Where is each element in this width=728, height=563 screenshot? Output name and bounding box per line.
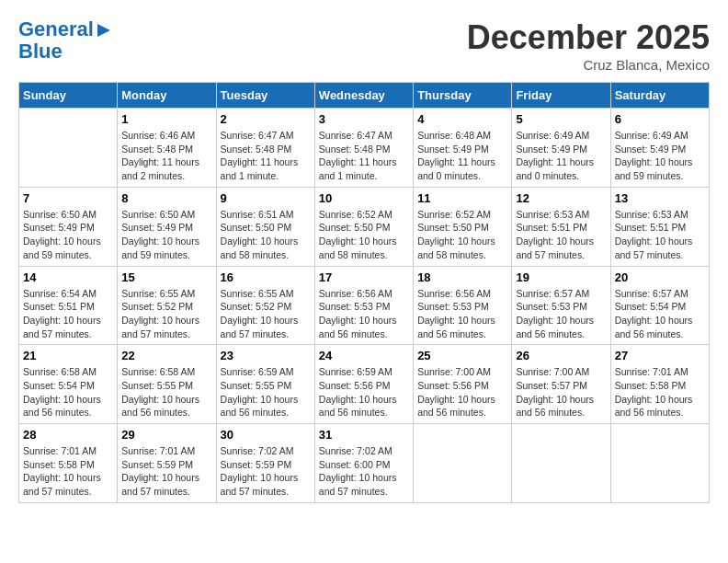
day-number: 15 [121,270,211,284]
calendar-week-row: 28Sunrise: 7:01 AM Sunset: 5:58 PM Dayli… [19,424,710,503]
day-number: 20 [615,270,705,284]
day-number: 25 [417,349,507,362]
day-number: 11 [417,191,507,205]
day-info: Sunrise: 6:59 AM Sunset: 5:55 PM Dayligh… [221,365,311,419]
calendar-cell: 17Sunrise: 6:56 AM Sunset: 5:53 PM Dayli… [314,266,413,345]
calendar-cell: 25Sunrise: 7:00 AM Sunset: 5:56 PM Dayli… [414,345,512,424]
logo-text-line2: Blue [18,40,63,63]
calendar-cell: 24Sunrise: 6:59 AM Sunset: 5:56 PM Dayli… [314,345,413,424]
day-info: Sunrise: 6:52 AM Sunset: 5:50 PM Dayligh… [319,208,409,262]
calendar-cell: 31Sunrise: 7:02 AM Sunset: 6:00 PM Dayli… [314,424,413,503]
day-number: 4 [417,112,507,126]
calendar-cell: 13Sunrise: 6:53 AM Sunset: 5:51 PM Dayli… [610,187,709,266]
day-number: 26 [516,349,606,362]
day-info: Sunrise: 6:57 AM Sunset: 5:54 PM Dayligh… [615,287,705,341]
day-number: 24 [319,349,409,362]
day-number: 28 [23,428,113,442]
day-info: Sunrise: 6:58 AM Sunset: 5:54 PM Dayligh… [23,365,113,419]
calendar-cell: 15Sunrise: 6:55 AM Sunset: 5:52 PM Dayli… [118,266,216,345]
day-of-week-header: Thursday [414,83,512,109]
day-number: 8 [121,191,211,205]
calendar-header-row: SundayMondayTuesdayWednesdayThursdayFrid… [19,83,710,109]
day-info: Sunrise: 6:51 AM Sunset: 5:50 PM Dayligh… [221,208,311,262]
day-info: Sunrise: 6:52 AM Sunset: 5:50 PM Dayligh… [417,208,507,262]
calendar-cell: 6Sunrise: 6:49 AM Sunset: 5:49 PM Daylig… [610,109,709,188]
day-info: Sunrise: 6:53 AM Sunset: 5:51 PM Dayligh… [615,208,705,262]
day-number: 30 [221,428,311,442]
calendar-cell: 12Sunrise: 6:53 AM Sunset: 5:51 PM Dayli… [512,187,610,266]
calendar-cell: 14Sunrise: 6:54 AM Sunset: 5:51 PM Dayli… [19,266,118,345]
calendar-cell: 19Sunrise: 6:57 AM Sunset: 5:53 PM Dayli… [512,266,610,345]
calendar-cell: 1Sunrise: 6:46 AM Sunset: 5:48 PM Daylig… [118,109,216,188]
day-info: Sunrise: 6:58 AM Sunset: 5:55 PM Dayligh… [121,365,211,419]
day-info: Sunrise: 6:47 AM Sunset: 5:48 PM Dayligh… [221,129,311,183]
location: Cruz Blanca, Mexico [467,57,710,73]
calendar-cell [512,424,610,503]
day-number: 7 [23,191,113,205]
calendar-cell: 18Sunrise: 6:56 AM Sunset: 5:53 PM Dayli… [414,266,512,345]
day-number: 14 [23,270,113,284]
day-info: Sunrise: 6:49 AM Sunset: 5:49 PM Dayligh… [516,129,606,183]
calendar-cell: 27Sunrise: 7:01 AM Sunset: 5:58 PM Dayli… [610,345,709,424]
day-number: 17 [319,270,409,284]
day-number: 23 [221,349,311,362]
day-info: Sunrise: 6:55 AM Sunset: 5:52 PM Dayligh… [121,287,211,341]
day-number: 1 [121,112,211,126]
logo: General Blue [18,18,110,63]
calendar-cell: 2Sunrise: 6:47 AM Sunset: 5:48 PM Daylig… [216,109,314,188]
month-title: December 2025 [467,18,710,57]
day-number: 3 [319,112,409,126]
calendar-cell: 30Sunrise: 7:02 AM Sunset: 5:59 PM Dayli… [216,424,314,503]
day-number: 21 [23,349,113,362]
day-info: Sunrise: 7:00 AM Sunset: 5:57 PM Dayligh… [516,365,606,419]
day-number: 19 [516,270,606,284]
day-info: Sunrise: 6:46 AM Sunset: 5:48 PM Dayligh… [121,129,211,183]
calendar-table: SundayMondayTuesdayWednesdayThursdayFrid… [18,82,710,503]
calendar-cell: 22Sunrise: 6:58 AM Sunset: 5:55 PM Dayli… [118,345,216,424]
calendar-cell: 28Sunrise: 7:01 AM Sunset: 5:58 PM Dayli… [19,424,118,503]
calendar-cell: 5Sunrise: 6:49 AM Sunset: 5:49 PM Daylig… [512,109,610,188]
calendar-cell: 11Sunrise: 6:52 AM Sunset: 5:50 PM Dayli… [414,187,512,266]
day-info: Sunrise: 7:00 AM Sunset: 5:56 PM Dayligh… [417,365,507,419]
day-info: Sunrise: 6:55 AM Sunset: 5:52 PM Dayligh… [221,287,311,341]
calendar-cell: 4Sunrise: 6:48 AM Sunset: 5:49 PM Daylig… [414,109,512,188]
day-number: 6 [615,112,705,126]
calendar-week-row: 14Sunrise: 6:54 AM Sunset: 5:51 PM Dayli… [19,266,710,345]
day-of-week-header: Wednesday [314,83,413,109]
day-info: Sunrise: 6:53 AM Sunset: 5:51 PM Dayligh… [516,208,606,262]
day-of-week-header: Monday [118,83,216,109]
calendar-week-row: 7Sunrise: 6:50 AM Sunset: 5:49 PM Daylig… [19,187,710,266]
day-number: 29 [121,428,211,442]
day-number: 12 [516,191,606,205]
day-number: 22 [121,349,211,362]
calendar-week-row: 1Sunrise: 6:46 AM Sunset: 5:48 PM Daylig… [19,109,710,188]
day-number: 16 [221,270,311,284]
day-number: 9 [221,191,311,205]
calendar-cell [19,109,118,188]
calendar-cell [610,424,709,503]
day-info: Sunrise: 6:56 AM Sunset: 5:53 PM Dayligh… [319,287,409,341]
day-info: Sunrise: 6:57 AM Sunset: 5:53 PM Dayligh… [516,287,606,341]
calendar-cell: 21Sunrise: 6:58 AM Sunset: 5:54 PM Dayli… [19,345,118,424]
day-of-week-header: Tuesday [216,83,314,109]
day-number: 2 [221,112,311,126]
calendar-cell: 10Sunrise: 6:52 AM Sunset: 5:50 PM Dayli… [314,187,413,266]
calendar-cell [414,424,512,503]
calendar-cell: 8Sunrise: 6:50 AM Sunset: 5:49 PM Daylig… [118,187,216,266]
calendar-cell: 16Sunrise: 6:55 AM Sunset: 5:52 PM Dayli… [216,266,314,345]
day-info: Sunrise: 7:02 AM Sunset: 6:00 PM Dayligh… [319,444,409,499]
day-number: 5 [516,112,606,126]
logo-text-line1: General [18,18,94,40]
day-info: Sunrise: 6:54 AM Sunset: 5:51 PM Dayligh… [23,287,113,341]
day-info: Sunrise: 7:02 AM Sunset: 5:59 PM Dayligh… [221,444,311,499]
day-info: Sunrise: 6:50 AM Sunset: 5:49 PM Dayligh… [23,208,113,262]
day-info: Sunrise: 6:48 AM Sunset: 5:49 PM Dayligh… [417,129,507,183]
day-info: Sunrise: 6:49 AM Sunset: 5:49 PM Dayligh… [615,129,705,183]
day-number: 18 [417,270,507,284]
day-info: Sunrise: 7:01 AM Sunset: 5:58 PM Dayligh… [23,444,113,499]
day-info: Sunrise: 6:59 AM Sunset: 5:56 PM Dayligh… [319,365,409,419]
page-header: General Blue December 2025 Cruz Blanca, … [18,18,710,73]
day-info: Sunrise: 6:50 AM Sunset: 5:49 PM Dayligh… [121,208,211,262]
day-number: 31 [319,428,409,442]
day-of-week-header: Sunday [19,83,118,109]
